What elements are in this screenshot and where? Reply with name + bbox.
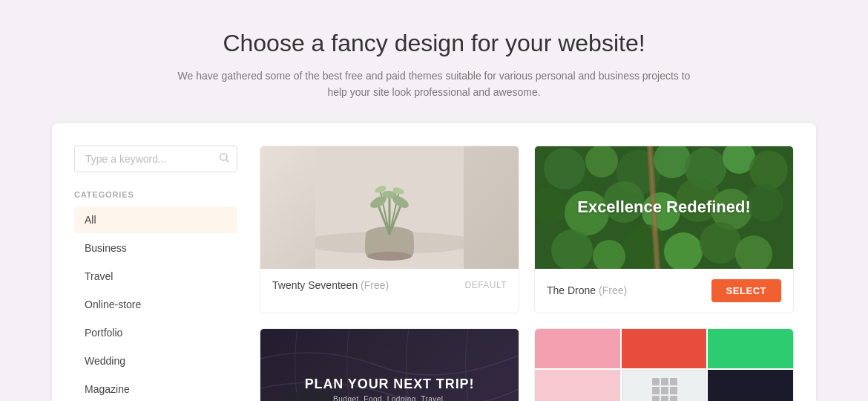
twenty-seventeen-illustration bbox=[315, 146, 464, 269]
theme-card-twenty-seventeen: Twenty Seventeen (Free) DEFAULT bbox=[260, 146, 519, 313]
sidebar: CATEGORIES All Business Travel Online-st… bbox=[74, 146, 237, 401]
theme-default-label: DEFAULT bbox=[465, 280, 507, 290]
svg-rect-45 bbox=[670, 378, 677, 385]
category-item[interactable]: All bbox=[74, 206, 237, 233]
svg-rect-47 bbox=[661, 387, 668, 394]
page-header: Choose a fancy design for your website! … bbox=[0, 0, 868, 123]
pattern-cell-2 bbox=[622, 329, 707, 369]
theme-preview-pattern bbox=[535, 329, 793, 401]
themes-grid: Twenty Seventeen (Free) DEFAULT bbox=[260, 146, 794, 401]
pattern-cell-1 bbox=[535, 329, 620, 369]
svg-point-5 bbox=[367, 252, 412, 261]
theme-preview-twenty-seventeen bbox=[260, 146, 519, 269]
theme-name-twenty-seventeen: Twenty Seventeen (Free) bbox=[272, 279, 389, 291]
svg-point-17 bbox=[544, 148, 585, 189]
theme-preview-drone: Excellence Redefined! bbox=[535, 146, 793, 269]
svg-rect-48 bbox=[670, 387, 677, 394]
theme-price-twenty-seventeen: (Free) bbox=[361, 279, 389, 291]
svg-point-23 bbox=[749, 151, 788, 189]
category-item[interactable]: Magazine bbox=[74, 376, 237, 401]
search-input[interactable] bbox=[74, 146, 237, 172]
svg-rect-44 bbox=[661, 378, 668, 385]
svg-rect-51 bbox=[670, 396, 677, 401]
drone-theme-text: Excellence Redefined! bbox=[577, 197, 751, 218]
search-box[interactable] bbox=[74, 146, 237, 172]
theme-price-drone: (Free) bbox=[599, 284, 627, 296]
category-item[interactable]: Online-store bbox=[74, 291, 237, 318]
travel-theme-title: PLAN YOUR NEXT TRIP! bbox=[305, 376, 475, 392]
theme-card-drone: Excellence Redefined! The Drone (Free) S… bbox=[534, 146, 794, 313]
category-item[interactable]: Travel bbox=[74, 263, 237, 290]
svg-point-30 bbox=[746, 184, 783, 221]
grid-icon bbox=[649, 375, 679, 401]
category-item[interactable]: Business bbox=[74, 235, 237, 261]
theme-card-pattern: Pattern Theme (Free) SELECT bbox=[534, 328, 794, 401]
pattern-cell-4 bbox=[535, 370, 620, 401]
theme-info-drone: The Drone (Free) SELECT bbox=[535, 269, 793, 313]
pattern-cell-5 bbox=[622, 370, 707, 401]
theme-info-twenty-seventeen: Twenty Seventeen (Free) DEFAULT bbox=[260, 269, 519, 301]
travel-theme-subtitle: Budget. Food. Lodging. Travel. bbox=[305, 395, 475, 401]
pattern-cell-6 bbox=[708, 370, 793, 401]
pattern-cell-3 bbox=[708, 329, 793, 369]
svg-point-18 bbox=[585, 146, 618, 177]
categories-label: CATEGORIES bbox=[74, 190, 237, 199]
theme-preview-travel: PLAN YOUR NEXT TRIP! Budget. Food. Lodgi… bbox=[260, 329, 519, 401]
svg-rect-43 bbox=[652, 378, 660, 385]
page-subtitle: We have gathered some of the best free a… bbox=[174, 68, 694, 101]
theme-name-drone: The Drone (Free) bbox=[547, 284, 627, 296]
page-title: Choose a fancy design for your website! bbox=[15, 30, 853, 57]
theme-card-travel: PLAN YOUR NEXT TRIP! Budget. Food. Lodgi… bbox=[260, 328, 519, 401]
category-item[interactable]: Wedding bbox=[74, 348, 237, 374]
svg-rect-46 bbox=[652, 387, 660, 394]
svg-rect-50 bbox=[661, 396, 668, 401]
category-item[interactable]: Portfolio bbox=[74, 319, 237, 346]
main-container: CATEGORIES All Business Travel Online-st… bbox=[52, 123, 816, 401]
svg-point-35 bbox=[700, 222, 741, 264]
svg-rect-49 bbox=[652, 396, 660, 401]
svg-point-33 bbox=[624, 224, 668, 269]
travel-theme-text: PLAN YOUR NEXT TRIP! Budget. Food. Lodgi… bbox=[305, 376, 475, 401]
select-button-drone[interactable]: SELECT bbox=[711, 279, 781, 302]
